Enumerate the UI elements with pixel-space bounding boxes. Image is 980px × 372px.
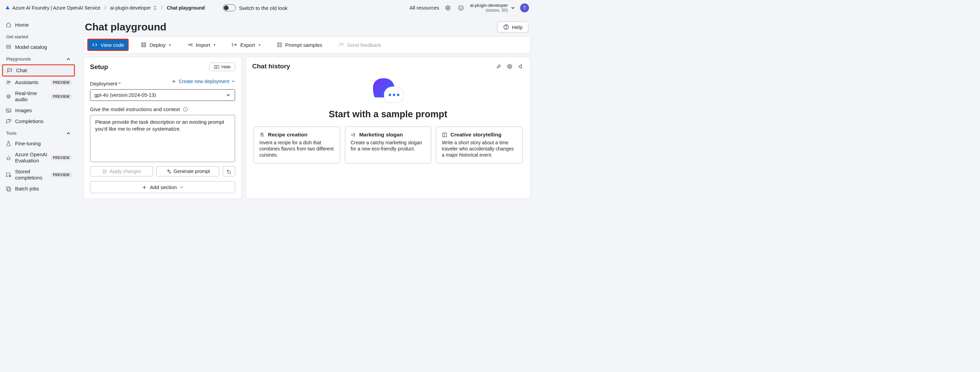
- tenant-sub: (eastus, S0): [485, 8, 508, 13]
- generate-prompt-label: Generate prompt: [174, 169, 210, 174]
- home-icon: [5, 22, 12, 28]
- chat-empty-illustration: [372, 76, 404, 105]
- section-tools[interactable]: Tools: [2, 127, 75, 138]
- sidebar-item-chat[interactable]: Chat: [3, 65, 74, 76]
- import-label: Import: [196, 42, 210, 48]
- chevron-down-icon: ▾: [213, 43, 216, 47]
- breadcrumb-project[interactable]: ai-plugin-developer: [110, 5, 157, 11]
- sample-prompt-card-recipe[interactable]: Recipe creation Invent a recipe for a di…: [253, 127, 340, 163]
- sidebar-item-home[interactable]: Home: [2, 20, 75, 30]
- svg-rect-25: [277, 46, 279, 47]
- sparkle-icon: [166, 169, 171, 174]
- svg-point-6: [8, 70, 9, 70]
- apply-changes-button[interactable]: Apply changes: [90, 166, 153, 176]
- speaker-button[interactable]: [518, 63, 524, 70]
- svg-point-2: [460, 7, 461, 8]
- info-icon[interactable]: [183, 107, 188, 112]
- create-deployment-link[interactable]: Create new deployment: [171, 79, 235, 84]
- system-prompt-textarea[interactable]: Please provide the task description or a…: [90, 115, 235, 162]
- sidebar-item-label: Images: [15, 108, 72, 114]
- sidebar-item-label: Fine-tuning: [15, 141, 72, 147]
- assistants-icon: [5, 79, 12, 85]
- sidebar-item-fine-tuning[interactable]: Fine-tuning: [2, 138, 75, 149]
- sidebar-item-evaluation[interactable]: Azure OpenAI Evaluation PREVIEW: [2, 149, 75, 166]
- send-feedback-button[interactable]: Send feedback: [334, 39, 385, 50]
- feedback-icon: [338, 42, 344, 48]
- chevron-down-icon: [180, 185, 183, 189]
- svg-rect-28: [215, 65, 219, 68]
- breadcrumb: Azure AI Foundry | Azure OpenAI Service …: [5, 5, 205, 11]
- avatar-initial: T: [523, 5, 526, 10]
- import-icon: [187, 42, 193, 48]
- help-button[interactable]: Help: [497, 22, 528, 32]
- chat-settings-button[interactable]: [507, 63, 512, 70]
- svg-rect-15: [6, 187, 10, 190]
- help-button-label: Help: [512, 24, 522, 30]
- sidebar-item-label: Model catalog: [15, 44, 72, 50]
- avatar[interactable]: T: [520, 3, 529, 12]
- sidebar-item-label: Stored completions: [15, 169, 48, 181]
- page-title: Chat playground: [85, 21, 166, 33]
- sidebar-item-completions[interactable]: Completions: [2, 116, 75, 127]
- svg-rect-26: [280, 46, 282, 47]
- sidebar-item-label: Chat: [16, 67, 70, 73]
- plus-icon: [142, 185, 147, 190]
- sample-prompt-card-marketing[interactable]: Marketing slogan Create a catchy marketi…: [345, 127, 431, 163]
- svg-point-8: [7, 81, 9, 83]
- svg-rect-19: [142, 43, 143, 44]
- sidebar-item-batch-jobs[interactable]: Batch jobs: [2, 184, 75, 194]
- hide-setup-button[interactable]: Hide: [209, 63, 235, 71]
- look-switch-label: Switch to the old look: [239, 5, 288, 11]
- export-label: Export: [240, 42, 255, 48]
- sidebar-item-assistants[interactable]: Assistants PREVIEW: [2, 77, 75, 87]
- view-code-button[interactable]: View code: [87, 39, 129, 51]
- command-bar: View code Deploy ▾ Import ▾ Export ▾ Pro…: [83, 36, 530, 53]
- prompt-samples-button[interactable]: Prompt samples: [273, 39, 326, 50]
- svg-point-10: [8, 96, 10, 97]
- add-section-label: Add section: [150, 184, 177, 190]
- add-section-button[interactable]: Add section: [90, 181, 235, 193]
- svg-rect-4: [6, 45, 11, 46]
- breadcrumb-sep-2: /: [161, 5, 162, 11]
- all-resources-link[interactable]: All resources: [410, 5, 439, 11]
- tenant-picker[interactable]: ai-plugin-developer (eastus, S0): [470, 3, 515, 12]
- setup-title: Setup: [90, 63, 108, 71]
- export-button[interactable]: Export ▾: [228, 39, 264, 50]
- chevron-up-icon: [66, 131, 71, 136]
- reset-button[interactable]: [223, 166, 235, 176]
- section-playgrounds[interactable]: Playgrounds: [2, 53, 75, 63]
- evaluation-icon: [5, 155, 12, 161]
- setup-pane: Setup Hide Deployment * Create new deplo…: [83, 57, 242, 199]
- instructions-label-text: Give the model instructions and context: [90, 106, 180, 112]
- breadcrumb-root[interactable]: Azure AI Foundry | Azure OpenAI Service: [5, 5, 100, 11]
- deployment-label-text: Deployment: [90, 81, 118, 87]
- pin-button[interactable]: [495, 63, 501, 70]
- deployment-select-value: gpt-4o (version:2024-05-13): [94, 92, 156, 98]
- sidebar-item-images[interactable]: Images: [2, 105, 75, 116]
- sidebar-item-realtime-audio[interactable]: Real-time audio PREVIEW: [2, 88, 75, 104]
- sidebar-item-model-catalog[interactable]: Model catalog: [2, 42, 75, 52]
- settings-button[interactable]: [444, 4, 452, 12]
- grid-icon: [277, 42, 283, 48]
- chat-history-title: Chat history: [252, 63, 290, 70]
- flask-icon: [5, 141, 12, 147]
- svg-point-11: [7, 95, 11, 98]
- book-icon: [442, 132, 447, 138]
- chevron-down-icon: [231, 79, 235, 83]
- sidebar-item-stored-completions[interactable]: Stored completions PREVIEW: [2, 166, 75, 183]
- generate-prompt-button[interactable]: Generate prompt: [156, 166, 220, 176]
- look-switch-toggle[interactable]: [223, 5, 236, 11]
- import-button[interactable]: Import ▾: [183, 39, 220, 50]
- deploy-button[interactable]: Deploy ▾: [137, 39, 175, 50]
- sample-prompt-card-storytelling[interactable]: Creative storytelling Write a short stor…: [436, 127, 522, 163]
- breadcrumb-current-label: Chat playground: [167, 5, 205, 11]
- svg-point-27: [339, 43, 341, 45]
- card-desc: Write a short story about a time travele…: [442, 140, 517, 158]
- svg-point-18: [506, 28, 506, 28]
- feedback-button[interactable]: [457, 4, 465, 12]
- sidebar: Home Get started Model catalog Playgroun…: [0, 16, 77, 204]
- save-icon: [102, 169, 107, 174]
- preview-badge: PREVIEW: [51, 80, 72, 85]
- deployment-select[interactable]: gpt-4o (version:2024-05-13): [90, 89, 235, 101]
- batch-icon: [5, 186, 12, 192]
